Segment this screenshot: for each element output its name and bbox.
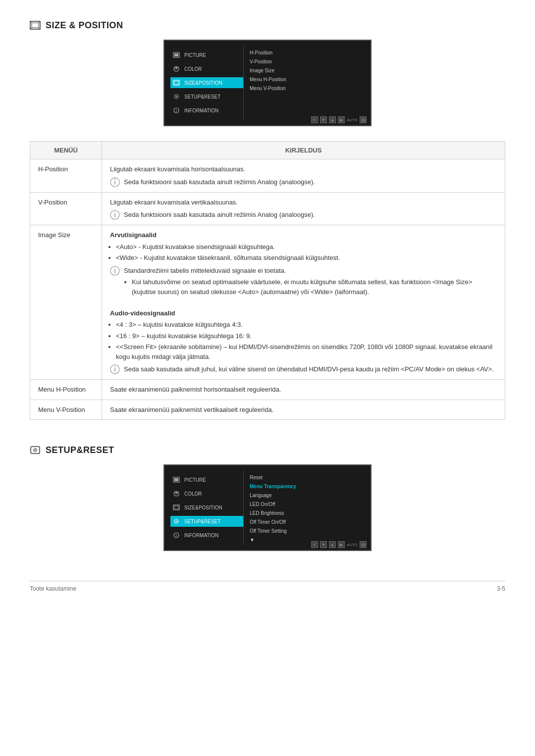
imagesize-note1-content: Standardrežiimi tabelis mitteleiduvaid s… <box>124 266 497 299</box>
monitor2-auto-label: AUTO <box>347 543 358 547</box>
imagesize-note2-text: Seda saab kasutada ainult juhul, kui väl… <box>124 364 494 374</box>
monitor1-menu-left: PICTURE COLOR SIZE&POSITION <box>164 46 244 120</box>
imagesize-note1-text: Standardrežiimi tabelis mitteleiduvaid s… <box>124 267 286 274</box>
monitor1-btn-up: ▲ <box>329 116 336 123</box>
table-cell-vposition-desc: Liigutab ekraani kuvamisala vertikaalsuu… <box>102 192 505 225</box>
monitor2-btn-power: ⏻ <box>360 541 367 548</box>
note-icon-vposition <box>110 210 120 220</box>
table-cell-imagesize-desc: Arvutisignaalid <Auto> - Kujutist kuvata… <box>102 225 505 380</box>
monitor1-btn-x: ✕ <box>311 116 318 123</box>
monitor1-color-label: COLOR <box>184 66 202 72</box>
svg-rect-22 <box>114 213 115 217</box>
monitor2-right-off-timer-setting: Off Timer Setting <box>250 528 365 534</box>
svg-rect-33 <box>174 478 178 481</box>
svg-rect-18 <box>114 181 115 185</box>
svg-rect-25 <box>114 269 115 273</box>
imagesize-audio-bullet1: <4 : 3> – kujutisi kuvatakse külgsuhtega… <box>116 320 497 330</box>
section2-header: SETUP&RESET <box>30 445 505 455</box>
svg-rect-36 <box>174 506 178 509</box>
monitor1-right-menu-v: Menu V-Position <box>250 85 365 92</box>
monitor2-btn-enter: ▶ <box>338 541 345 548</box>
monitor2-picture-label: PICTURE <box>184 477 206 483</box>
monitor1-item-picture: PICTURE <box>170 50 243 60</box>
monitor2-right-off-timer-onoff: Off Timer On/Off <box>250 519 365 525</box>
monitor2-item-size: SIZE&POSITION <box>170 502 243 513</box>
hposition-note-text: Seda funktsiooni saab kasutada ainult re… <box>124 177 315 187</box>
monitor1-setup-label: SETUP&RESET <box>184 94 220 100</box>
monitor2-item-picture: PICTURE <box>170 474 243 485</box>
table-header-desc: KIRJELDUS <box>102 142 505 159</box>
table-cell-menu-hpos-desc: Saate ekraanimenüü paiknemist horisontaa… <box>102 380 505 400</box>
imagesize-arvuti-label: Arvutisignaalid <box>110 230 497 240</box>
monitor2-right-language: Language <box>250 492 365 499</box>
imagesize-note1-row: Standardrežiimi tabelis mitteleiduvaid s… <box>110 266 497 299</box>
size-icon-menu2 <box>172 504 180 511</box>
imagesize-subbullets: Kui lahutusvõime on seatud optimaalsele … <box>132 277 497 297</box>
svg-point-21 <box>114 212 115 213</box>
svg-rect-7 <box>174 53 178 56</box>
monitor2-bottom-controls: ✕ ▼ ▲ ▶ AUTO ⏻ <box>311 541 367 548</box>
table-row-menu-hpos: Menu H-Position Saate ekraanimenüü paikn… <box>30 380 505 400</box>
monitor2-size-label: SIZE&POSITION <box>184 505 222 510</box>
table-header-menu: MENÜÜ <box>30 142 102 159</box>
svg-text:i: i <box>176 109 177 112</box>
monitor2-right-reset: Reset <box>250 474 365 481</box>
imagesize-bullet-auto: <Auto> - Kujutist kuvatakse sisendsignaa… <box>116 242 497 252</box>
table-cell-menu-hpos-menu: Menu H-Position <box>30 380 102 400</box>
monitor1-wrapper: PICTURE COLOR SIZE&POSITION <box>30 40 505 126</box>
svg-point-12 <box>176 96 177 98</box>
table-cell-hposition-menu: H-Position <box>30 159 102 193</box>
vposition-note: Seda funktsiooni saab kasutada ainult re… <box>110 210 497 220</box>
imagesize-audio-bullet2: <16 : 9> – kujutisi kuvatakse külgsuhteg… <box>116 331 497 341</box>
monitor2-btn-up: ▲ <box>329 541 336 548</box>
imagesize-bullet-wide: <Wide> - Kujutist kuvatakse täisekraanil… <box>116 253 497 263</box>
imagesize-audio-bullets: <4 : 3> – kujutisi kuvatakse külgsuhtega… <box>116 320 497 361</box>
footer-left-text: Toote kasutamine <box>30 585 76 592</box>
setup-icon-menu2 <box>172 517 180 525</box>
monitor1-item-color: COLOR <box>170 63 243 74</box>
note-icon-hposition <box>110 177 120 187</box>
monitor1-btn-down: ▼ <box>320 116 327 123</box>
monitor2-right-menu-transparency: Menu Transparency <box>250 483 365 490</box>
monitor1-screen: PICTURE COLOR SIZE&POSITION <box>163 40 372 126</box>
monitor2-item-setup: SETUP&RESET <box>170 516 243 527</box>
imagesize-note2-row: Seda saab kasutada ainult juhul, kui väl… <box>110 364 497 374</box>
section1-title: SIZE & POSITION <box>46 20 123 31</box>
info-icon-menu2: i <box>172 531 180 539</box>
monitor1-item-setup: SETUP&RESET <box>170 91 243 102</box>
section2-title: SETUP&RESET <box>46 445 114 455</box>
table-cell-hposition-desc: Liigutab ekraani kuvamisala horisontaals… <box>102 159 505 193</box>
monitor2-menu-left: PICTURE COLOR SIZE&POSITION <box>164 470 244 545</box>
monitor2-setup-label: SETUP&RESET <box>184 519 220 524</box>
page-footer: Toote kasutamine 3-5 <box>30 581 505 592</box>
monitor2-btn-x: ✕ <box>311 541 318 548</box>
note-icon-imagesize2 <box>110 364 120 374</box>
color-icon-2 <box>172 490 180 498</box>
imagesize-subbullet-1: Kui lahutusvõime on seatud optimaalsele … <box>132 277 497 297</box>
monitor1-info-label: INFORMATION <box>184 108 218 113</box>
monitor1-item-info: i INFORMATION <box>170 105 243 116</box>
table-row-menu-vpos: Menu V-Position Saate ekraanimenüü paikn… <box>30 400 505 420</box>
size-position-icon <box>30 20 41 31</box>
monitor2-item-color: COLOR <box>170 488 243 499</box>
svg-point-24 <box>114 268 115 269</box>
monitor1-btn-power: ⏻ <box>360 116 367 123</box>
monitor1-item-size: SIZE&POSITION <box>170 77 243 88</box>
imagesize-audio-label: Audio-videosignaalid <box>110 308 497 318</box>
monitor2-screen: PICTURE COLOR SIZE&POSITION <box>163 464 372 551</box>
imagesize-audio-bullet3: <<Screen Fit> (ekraanile sobitamine) – k… <box>116 342 497 361</box>
table-cell-menu-vpos-menu: Menu V-Position <box>30 400 102 420</box>
setup-reset-icon <box>30 445 41 455</box>
footer-right-text: 3-5 <box>497 585 505 592</box>
size-icon-menu <box>172 79 180 87</box>
table-row-imagesize: Image Size Arvutisignaalid <Auto> - Kuju… <box>30 225 505 380</box>
monitor2-right-led-onoff: LED On/Off <box>250 501 365 507</box>
monitor1-btn-enter: ▶ <box>338 116 345 123</box>
monitor1-right-h-pos: H-Position <box>250 50 365 56</box>
imagesize-arvuti-bullets: <Auto> - Kujutist kuvatakse sisendsignaa… <box>116 242 497 263</box>
hposition-main-text: Liigutab ekraani kuvamisala horisontaals… <box>110 164 497 174</box>
section-setup-reset: SETUP&RESET PICTURE COLOR <box>30 445 505 551</box>
svg-point-38 <box>176 521 177 522</box>
table-cell-vposition-menu: V-Position <box>30 192 102 225</box>
monitor1-right-menu-h: Menu H-Position <box>250 76 365 83</box>
